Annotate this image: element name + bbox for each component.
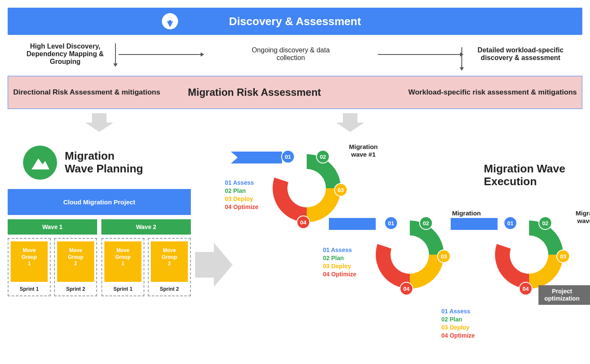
arrow-right-large-icon <box>195 243 233 287</box>
legend-assess: 01 Assess <box>225 179 259 187</box>
discovery-subrow: High Level Discovery, Dependency Mapping… <box>8 35 582 76</box>
arrow-right-icon <box>118 54 204 55</box>
subrow-left-text: High Level Discovery, Dependency Mapping… <box>26 43 104 66</box>
legend-optimize: 04 Optimize <box>323 270 357 278</box>
step-badge-01: 01 <box>504 216 517 230</box>
mountain-icon <box>23 146 57 180</box>
legend-deploy: 03 Deploy <box>441 324 475 332</box>
legend-plan: 02 Plan <box>225 187 259 195</box>
step-badge-01: 01 <box>281 150 295 163</box>
risk-mid-title: Migration Risk Assessment <box>188 86 408 98</box>
step-badge-03: 03 <box>437 249 451 263</box>
sprint-box: Move Group 2 Sprint 2 <box>148 238 191 296</box>
sprint-box: Move Group 1 Sprint 1 <box>8 238 51 296</box>
cycle-legend: 01 Assess 02 Plan 03 Deploy 04 Optimize <box>441 307 475 340</box>
svg-point-3 <box>169 20 171 23</box>
step-badge-04: 04 <box>296 215 310 229</box>
legend-assess: 01 Assess <box>323 246 357 254</box>
arrow-right-icon <box>378 54 463 55</box>
legend-deploy: 03 Deploy <box>323 262 357 270</box>
move-group-box: Move Group 1 <box>104 241 141 282</box>
arrow-down-large-icon <box>331 113 369 132</box>
step-badge-01: 01 <box>384 216 398 230</box>
legend-deploy: 03 Deploy <box>225 195 259 203</box>
step-badge-03: 03 <box>556 249 570 263</box>
arrow-down-large-icon <box>80 113 118 132</box>
svg-marker-7 <box>451 218 476 230</box>
compass-icon <box>161 12 179 30</box>
legend-plan: 02 Plan <box>441 315 475 324</box>
move-group-box: Move Group 2 <box>151 241 188 282</box>
header-title: Discovery & Assessment <box>229 15 361 28</box>
sprint-label: Sprint 1 <box>11 286 48 292</box>
project-optimization-tag: Project optimization <box>538 285 590 305</box>
wave-box: Wave 1 <box>8 219 97 235</box>
execution-title: Migration Wave Execution <box>484 163 565 188</box>
discovery-header: Discovery & Assessment <box>8 8 582 35</box>
step-badge-04: 04 <box>400 282 413 295</box>
legend-optimize: 04 Optimize <box>441 332 475 340</box>
step-badge-02: 02 <box>538 216 552 230</box>
subrow-right-text: Detailed workload-specific discovery & a… <box>478 46 564 62</box>
step-badge-02: 02 <box>316 150 330 163</box>
subrow-mid-text: Ongoing discovery & data collection <box>252 46 330 62</box>
cycle-legend: 01 Assess 02 Plan 03 Deploy 04 Optimize <box>225 179 259 211</box>
step-badge-02: 02 <box>419 216 433 230</box>
cloud-migration-project-box: Cloud Migration Project <box>8 189 191 215</box>
ring-flag-icon <box>451 218 476 230</box>
legend-optimize: 04 Optimize <box>225 203 259 211</box>
cycle-legend: 01 Assess 02 Plan 03 Deploy 04 Optimize <box>323 246 357 278</box>
planning-title: Migration Wave Planning <box>65 150 143 175</box>
migration-wave-planning: Migration Wave Planning Cloud Migration … <box>8 146 191 296</box>
move-group-box: Move Group 2 <box>57 241 94 282</box>
migration-wave-execution: Migration Wave Execution Migration wave … <box>238 146 582 358</box>
gray-down-arrows <box>8 113 582 137</box>
sprint-box: Move Group 1 Sprint 1 <box>101 238 144 296</box>
risk-right-text: Workload-specific risk assessment & miti… <box>408 88 577 97</box>
move-group-box: Move Group 1 <box>11 241 48 282</box>
legend-plan: 02 Plan <box>323 254 357 262</box>
arrow-down-icon <box>461 47 462 70</box>
sprint-box: Move Group 2 Sprint 2 <box>54 238 97 296</box>
legend-assess: 01 Assess <box>441 307 475 315</box>
migration-wave-ring-2: Migration wave #2 01 02 03 04 <box>358 212 463 297</box>
migration-wave-ring-n: Migration wave #N 01 02 03 04 <box>477 212 583 297</box>
sprint-label: Sprint 2 <box>151 286 188 292</box>
sprint-label: Sprint 2 <box>57 286 94 292</box>
step-badge-03: 03 <box>334 183 348 197</box>
arrow-down-icon <box>115 43 116 66</box>
step-badge-04: 04 <box>519 282 532 295</box>
risk-assessment-band: Directional Risk Assessment & mitigation… <box>8 76 582 109</box>
risk-left-text: Directional Risk Assessment & mitigation… <box>13 88 188 97</box>
wave-box: Wave 2 <box>101 219 191 235</box>
sprint-label: Sprint 1 <box>104 286 141 292</box>
